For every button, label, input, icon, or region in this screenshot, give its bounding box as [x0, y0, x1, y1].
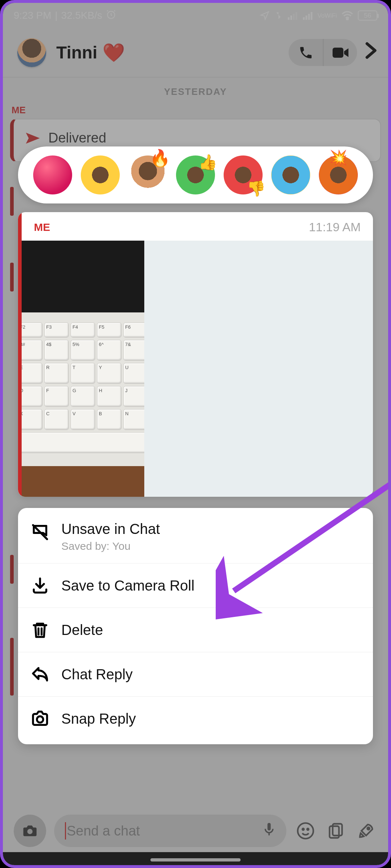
saved-by-label: Saved by: You	[61, 540, 160, 552]
menu-chat-reply[interactable]: Chat Reply	[18, 652, 373, 697]
menu-snap-reply[interactable]: Snap Reply	[18, 697, 373, 744]
message-card[interactable]: ME 11:19 AM F2F3F4F5F6 3#4$5%6^7& ERTYU …	[18, 212, 373, 497]
reaction-heart[interactable]	[33, 155, 72, 194]
unsave-icon	[29, 521, 51, 543]
reaction-thumbs-down[interactable]: 👎	[224, 155, 263, 194]
reaction-thumbs-up[interactable]: 👍	[176, 155, 215, 194]
reaction-fire[interactable]: 🔥	[128, 155, 167, 194]
camera-icon	[29, 707, 51, 730]
msg-time: 11:19 AM	[309, 220, 361, 234]
reaction-mind-blown[interactable]: 💥	[319, 155, 358, 194]
download-icon	[29, 574, 51, 597]
reaction-wow[interactable]	[271, 155, 310, 194]
svg-point-12	[37, 716, 43, 723]
reaction-cry-laugh[interactable]	[81, 155, 120, 194]
message-image[interactable]: F2F3F4F5F6 3#4$5%6^7& ERTYU DFGHJ XCVBN	[22, 241, 144, 497]
annotation-arrow	[216, 468, 388, 621]
msg-sender: ME	[34, 221, 50, 233]
reactions-bar: 🔥 👍 👎 💥	[18, 146, 373, 203]
svg-line-13	[234, 475, 388, 591]
reply-icon	[29, 663, 51, 685]
trash-icon	[29, 619, 51, 641]
